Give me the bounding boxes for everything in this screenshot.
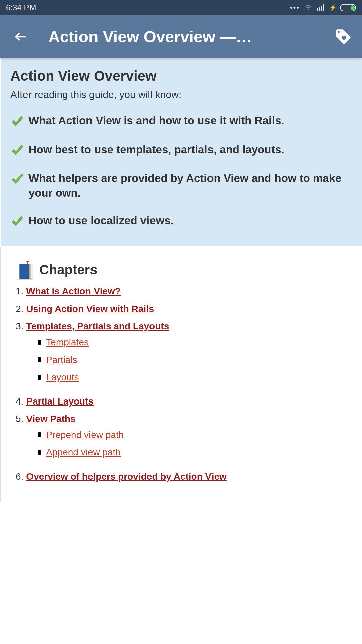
- app-bar-title: Action View Overview —…: [48, 28, 335, 46]
- chapter-link[interactable]: Overview of helpers provided by Action V…: [26, 471, 227, 482]
- sub-link[interactable]: Templates: [46, 337, 89, 348]
- chapter-item: 2.Using Action View with Rails: [16, 304, 347, 314]
- chapter-link[interactable]: What is Action View?: [26, 286, 121, 297]
- status-bar: 6:34 PM ••• ⚡: [0, 0, 362, 15]
- sub-item: Layouts: [38, 372, 169, 383]
- list-item: How best to use templates, partials, and…: [10, 143, 353, 158]
- bullet-icon: [38, 450, 41, 455]
- sub-link[interactable]: Layouts: [46, 372, 79, 383]
- sub-item: Partials: [38, 355, 169, 365]
- check-icon: [10, 172, 25, 187]
- chapters-list: 1.What is Action View?2.Using Action Vie…: [16, 286, 347, 482]
- chapter-link[interactable]: Templates, Partials and Layouts: [26, 321, 169, 331]
- signal-icon: [317, 4, 324, 11]
- list-item: What helpers are provided by Action View…: [10, 171, 353, 200]
- bullet-icon: [38, 357, 41, 362]
- sub-item: Prepend view path: [38, 430, 124, 440]
- sub-link[interactable]: Partials: [46, 355, 77, 365]
- battery-icon: [340, 4, 356, 11]
- chapter-item: 3.Templates, Partials and LayoutsTemplat…: [16, 321, 347, 389]
- sub-link[interactable]: Append view path: [46, 447, 121, 458]
- chapter-link[interactable]: Using Action View with Rails: [26, 304, 154, 314]
- bullet-icon: [38, 375, 41, 380]
- learning-points-list: What Action View is and how to use it wi…: [10, 114, 353, 229]
- bullet-icon: [38, 432, 41, 437]
- tag-icon[interactable]: [335, 28, 352, 45]
- intro-section: Action View Overview After reading this …: [0, 58, 362, 246]
- svg-rect-0: [19, 264, 31, 279]
- sub-list: Prepend view pathAppend view path: [38, 430, 124, 458]
- app-bar: Action View Overview —…: [0, 15, 362, 58]
- check-text: How to use localized views.: [28, 214, 174, 228]
- chapter-number: 2.: [16, 304, 23, 314]
- chapters-header: Chapters: [16, 260, 347, 280]
- intro-lead: After reading this guide, you will know:: [10, 89, 353, 100]
- check-icon: [10, 143, 25, 158]
- chapter-item: 4.Partial Layouts: [16, 396, 347, 407]
- chapter-number: 5.: [16, 414, 23, 465]
- chapter-number: 1.: [16, 286, 23, 297]
- chapter-number: 6.: [16, 471, 23, 482]
- chapter-item: 5.View PathsPrepend view pathAppend view…: [16, 414, 347, 465]
- sub-item: Templates: [38, 337, 169, 348]
- sub-list: TemplatesPartialsLayouts: [38, 337, 169, 383]
- wifi-icon: [304, 4, 312, 11]
- sub-link[interactable]: Prepend view path: [46, 430, 124, 440]
- check-icon: [10, 214, 25, 229]
- check-text: How best to use templates, partials, and…: [28, 143, 284, 157]
- chapter-number: 4.: [16, 396, 23, 407]
- chapter-link[interactable]: Partial Layouts: [26, 396, 94, 407]
- page-title: Action View Overview: [10, 68, 353, 84]
- check-text: What Action View is and how to use it wi…: [28, 114, 284, 128]
- svg-rect-2: [31, 264, 33, 278]
- chapters-title: Chapters: [39, 262, 97, 277]
- charging-icon: ⚡: [329, 4, 337, 11]
- check-icon: [10, 114, 25, 129]
- chapter-item: 1.What is Action View?: [16, 286, 347, 297]
- check-text: What helpers are provided by Action View…: [28, 171, 353, 200]
- sub-item: Append view path: [38, 447, 124, 458]
- chapter-link[interactable]: View Paths: [26, 414, 75, 424]
- list-item: How to use localized views.: [10, 214, 353, 229]
- status-time: 6:34 PM: [6, 3, 36, 12]
- status-indicators: ••• ⚡: [290, 3, 356, 12]
- book-icon: [16, 260, 36, 280]
- chapter-item: 6.Overview of helpers provided by Action…: [16, 471, 347, 482]
- chapters-section: Chapters 1.What is Action View?2.Using A…: [0, 247, 362, 502]
- chapter-number: 3.: [16, 321, 23, 389]
- more-dots-icon: •••: [290, 3, 300, 12]
- bullet-icon: [38, 340, 41, 345]
- back-arrow-icon[interactable]: [13, 29, 28, 44]
- list-item: What Action View is and how to use it wi…: [10, 114, 353, 129]
